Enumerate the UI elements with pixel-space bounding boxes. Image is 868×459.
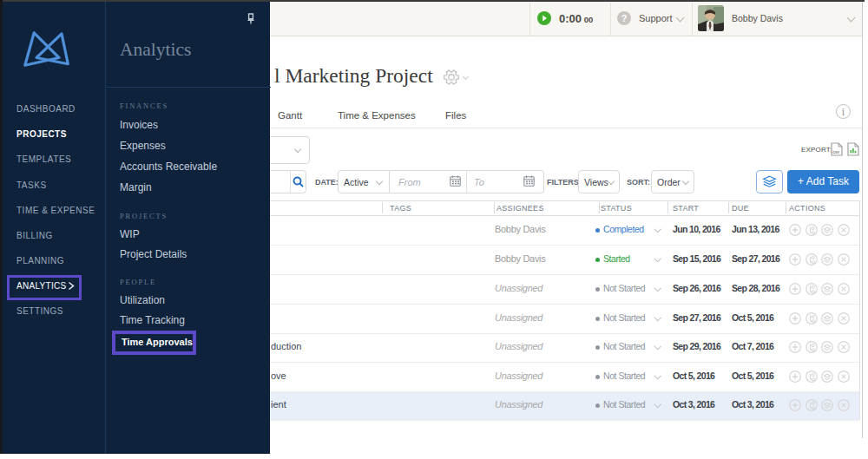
svg-text:csv: csv xyxy=(832,150,839,154)
